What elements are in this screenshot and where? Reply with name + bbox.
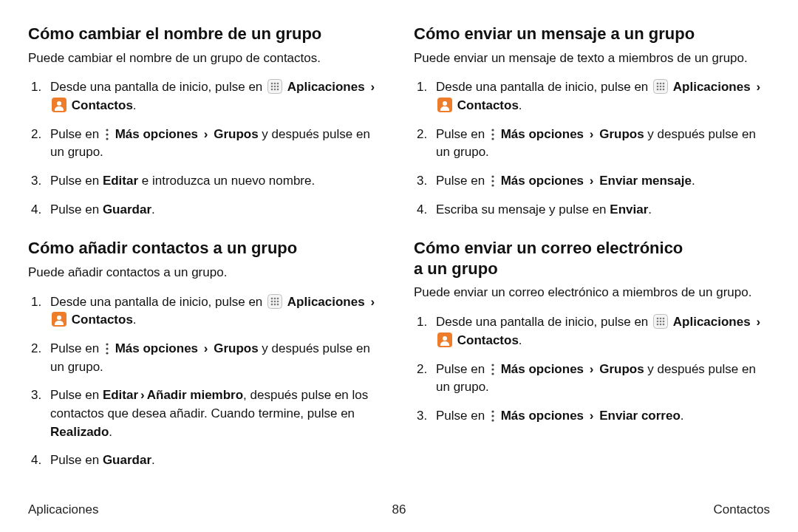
more-options-label: Más opciones <box>501 409 584 423</box>
svg-point-7 <box>271 89 273 91</box>
svg-point-42 <box>491 129 494 131</box>
step-text: Desde una pantalla de inicio, pulse en <box>436 80 652 94</box>
svg-point-20 <box>274 300 276 302</box>
step-text: Pulse en <box>50 341 103 355</box>
chevron-icon: › <box>202 341 211 355</box>
step-text: Desde una pantalla de inicio, pulse en <box>50 80 266 94</box>
more-options-label: Más opciones <box>115 127 198 141</box>
step: Pulse en Más opciones › Grupos y después… <box>414 126 770 162</box>
step: Pulse en Más opciones › Enviar correo. <box>414 407 770 426</box>
footer-right: Contactos <box>713 502 770 517</box>
svg-point-61 <box>491 368 494 370</box>
step-text: Pulse en <box>50 127 103 141</box>
bold-term: Editar <box>103 174 138 188</box>
svg-point-52 <box>657 321 659 323</box>
step: Pulse en Más opciones › Grupos y después… <box>414 361 770 397</box>
svg-point-43 <box>491 133 494 135</box>
svg-point-53 <box>660 321 662 323</box>
section-title: Cómo enviar un correo electrónico a un g… <box>414 238 770 279</box>
apps-icon <box>653 314 668 329</box>
section-title: Cómo enviar un mensaje a un grupo <box>414 24 770 44</box>
step: Pulse en Más opciones › Enviar mensaje. <box>414 172 770 191</box>
step: Desde una pantalla de inicio, pulse en A… <box>28 78 384 115</box>
more-options-icon <box>104 342 110 355</box>
step: Desde una pantalla de inicio, pulse en A… <box>28 293 384 330</box>
period: . <box>133 98 137 112</box>
period: . <box>648 202 652 216</box>
bold-term: Enviar mensaje <box>599 174 692 188</box>
contacts-icon <box>437 332 452 347</box>
svg-point-3 <box>277 83 279 85</box>
step: Pulse en Guardar. <box>28 201 384 219</box>
bold-term: Enviar correo <box>599 409 681 423</box>
apps-icon <box>267 79 282 94</box>
two-column-layout: Cómo cambiar el nombre de un grupo Puede… <box>28 24 770 497</box>
section-intro: Puede enviar un mensaje de texto a miemb… <box>414 50 770 67</box>
svg-point-12 <box>106 129 108 131</box>
period: . <box>692 174 695 188</box>
section-intro: Puede enviar un correo electrónico a mie… <box>414 284 770 301</box>
step: Pulse en Editar›Añadir miembro, después … <box>28 386 384 441</box>
steps-list: Desde una pantalla de inicio, pulse en A… <box>414 313 770 425</box>
more-options-icon <box>490 174 496 188</box>
chevron-icon: › <box>587 362 596 376</box>
contacts-label: Contactos <box>72 313 133 327</box>
apps-label: Aplicaciones <box>673 80 751 94</box>
chevron-icon: › <box>587 127 596 141</box>
svg-point-8 <box>274 89 276 91</box>
period: . <box>151 202 155 216</box>
apps-label: Aplicaciones <box>287 295 365 309</box>
chevron-icon: › <box>138 388 147 402</box>
chevron-icon: › <box>368 295 377 309</box>
svg-point-21 <box>277 300 279 302</box>
svg-point-17 <box>274 297 276 299</box>
step-text: Pulse en <box>436 362 488 376</box>
step: Desde una pantalla de inicio, pulse en A… <box>414 78 770 115</box>
apps-icon <box>653 79 668 94</box>
svg-point-11 <box>57 101 61 106</box>
more-options-icon <box>490 363 496 376</box>
step-text: e introduzca un nuevo nombre. <box>138 174 315 188</box>
svg-point-51 <box>663 318 665 320</box>
svg-point-31 <box>657 83 659 85</box>
svg-point-64 <box>491 415 494 417</box>
more-options-label: Más opciones <box>115 341 198 355</box>
chevron-icon: › <box>202 127 211 141</box>
contacts-label: Contactos <box>457 98 519 112</box>
svg-point-6 <box>277 86 279 88</box>
svg-point-23 <box>274 303 276 305</box>
left-column: Cómo cambiar el nombre de un grupo Puede… <box>28 24 384 497</box>
svg-point-62 <box>491 372 494 375</box>
svg-point-39 <box>663 89 665 91</box>
grupos-label: Grupos <box>214 341 258 355</box>
svg-point-47 <box>491 184 494 186</box>
page-number: 86 <box>392 502 406 517</box>
chevron-icon: › <box>587 174 596 188</box>
step-text: Pulse en <box>436 409 488 423</box>
step-text: Pulse en <box>50 388 103 402</box>
svg-point-28 <box>106 347 108 349</box>
svg-point-33 <box>663 83 665 85</box>
svg-point-27 <box>106 343 108 345</box>
svg-point-32 <box>660 83 662 85</box>
svg-point-19 <box>271 300 273 302</box>
svg-point-57 <box>663 324 665 326</box>
step-text: Pulse en <box>50 202 103 216</box>
svg-point-34 <box>657 86 659 88</box>
contacts-icon <box>52 312 66 327</box>
chevron-icon: › <box>754 80 763 94</box>
chevron-icon: › <box>754 315 763 329</box>
svg-point-36 <box>663 86 665 88</box>
svg-point-59 <box>443 336 447 341</box>
section-intro: Puede cambiar el nombre de un grupo de c… <box>28 50 384 67</box>
footer-left: Aplicaciones <box>28 502 98 517</box>
contacts-icon <box>437 98 452 112</box>
step: Pulse en Más opciones › Grupos y después… <box>28 340 384 376</box>
step-text: Pulse en <box>50 453 103 467</box>
section-title: Cómo cambiar el nombre de un grupo <box>28 24 384 44</box>
contacts-label: Contactos <box>72 98 133 112</box>
step-text: Pulse en <box>436 127 488 141</box>
apps-label: Aplicaciones <box>287 80 365 94</box>
svg-point-26 <box>57 316 61 320</box>
svg-point-44 <box>491 137 494 140</box>
